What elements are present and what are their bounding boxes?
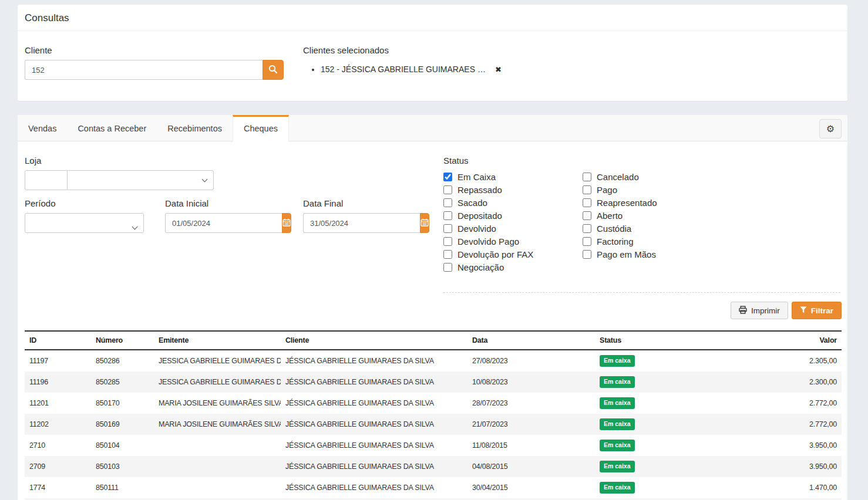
client-search-section: Cliente Clientes selecionados [18,31,847,101]
status-badge: Em caixa [600,482,635,494]
tab[interactable]: Cheques [233,115,289,141]
cell-emitente: MARIA JOSILENE GUIMARÃES SILVA [154,393,281,414]
cell-cliente: JÉSSICA GABRIELLE GUIMARAES DA SILVA [281,435,467,456]
status-option[interactable]: Custódia [583,222,657,235]
cell-id: 1774 [25,477,91,498]
status-checkbox[interactable] [583,237,591,246]
filtrar-button[interactable]: Filtrar [792,302,842,319]
status-checkbox[interactable] [443,224,452,233]
imprimir-button[interactable]: Imprimir [731,302,788,319]
table-row: 11196 850285 JESSICA GABRIELLE GUIMARAES… [25,371,842,393]
cell-data: 04/08/2015 [467,456,595,477]
status-checkbox[interactable] [443,198,452,207]
gear-icon: ⚙ [826,124,835,134]
status-option-label: Factoring [597,237,634,246]
data-final-calendar-button[interactable] [420,213,429,233]
results-table: ID Número Emitente Cliente Data Status V… [25,330,840,500]
filter-icon [800,306,807,315]
cell-id: 2709 [25,456,91,477]
status-option[interactable]: Factoring [583,235,657,248]
loja-select[interactable] [67,170,214,190]
cell-id: 11196 [25,371,91,393]
data-final-input[interactable] [303,213,420,233]
status-checkbox[interactable] [583,224,591,233]
status-option[interactable]: Pago em Mãos [583,248,657,261]
data-inicial-calendar-button[interactable] [282,213,291,233]
actions-row: Imprimir Filtrar [18,293,847,327]
cell-id: 2710 [25,435,91,456]
cell-data: 10/08/2023 [467,371,595,393]
status-checkbox[interactable] [583,198,591,207]
status-column-left: Em Caixa Repassado Sacado [443,170,583,273]
status-option[interactable]: Cancelado [583,170,657,183]
settings-button[interactable]: ⚙ [819,119,842,138]
status-option[interactable]: Em Caixa [443,170,583,183]
cell-numero: 850286 [91,350,154,371]
cell-numero: 850104 [91,435,154,456]
search-button[interactable] [263,60,284,80]
cliente-search-input[interactable] [25,60,263,80]
status-option[interactable]: Repassado [443,183,583,196]
status-badge: Em caixa [600,461,635,472]
cell-valor: 2.305,00 [722,350,842,371]
filters-section: Loja Período [18,141,847,293]
status-option[interactable]: Pago [583,183,657,196]
tab[interactable]: Recebimentos [157,115,233,141]
cell-id: 11197 [25,350,91,371]
cell-data: 28/07/2023 [467,393,595,414]
tab[interactable]: Contas a Receber [67,115,157,141]
cell-cliente: JÉSSICA GABRIELLE GUIMARAES DA SILVA [281,414,467,435]
consultas-card: Consultas Cliente Clientes selecio [18,5,847,101]
cell-cliente: JÉSSICA GABRIELLE GUIMARAES DA SILVA [281,477,467,498]
table-row: 11201 850170 MARIA JOSILENE GUIMARÃES SI… [25,393,842,414]
loja-code-input[interactable] [25,170,68,190]
status-option[interactable]: Depositado [443,209,583,222]
status-option-label: Aberto [597,211,623,221]
selected-client-text: 152 - JÉSSICA GABRIELLE GUIMARAES … [321,65,486,74]
status-checkbox[interactable] [583,250,591,259]
status-option-label: Devolvido [457,224,496,234]
status-option[interactable]: Devolução por FAX [443,248,583,261]
cell-data: 27/08/2023 [467,350,595,371]
periodo-select[interactable] [25,213,144,233]
status-checkbox[interactable] [583,185,591,194]
cell-numero: 850169 [91,414,154,435]
cell-numero: 850103 [91,456,154,477]
cell-data: 30/04/2015 [467,477,595,498]
cell-data: 11/08/2015 [467,435,595,456]
data-inicial-input[interactable] [165,213,282,233]
status-option[interactable]: Negociação [443,261,583,273]
cell-valor: 2.300,00 [722,371,842,393]
search-icon [268,65,278,76]
status-option[interactable]: Devolvido Pago [443,235,583,248]
cell-data: 21/07/2023 [467,414,595,435]
cell-emitente: MARIA JOSILENE GUIMARÃES SILVA [154,414,281,435]
printer-icon [739,306,747,316]
status-option-label: Negociação [457,262,504,272]
status-option[interactable]: Sacado [443,196,583,209]
status-option[interactable]: Devolvido [443,222,583,235]
status-checkbox[interactable] [443,211,452,220]
status-checkbox[interactable] [443,250,452,259]
table-row: 2710 850104 JÉSSICA GABRIELLE GUIMARAES … [25,435,842,456]
status-checkbox[interactable] [443,263,452,272]
status-option[interactable]: Aberto [583,209,657,222]
col-header-emitente: Emitente [154,331,281,350]
status-checkbox[interactable] [583,211,591,220]
status-checkbox[interactable] [443,173,452,181]
selected-clients-list: 152 - JÉSSICA GABRIELLE GUIMARAES … ✖ [321,65,502,74]
calendar-icon [282,218,291,228]
remove-client-icon[interactable]: ✖ [495,65,502,74]
status-option-label: Devolvido Pago [457,237,519,246]
tab-bar: Vendas Contas a Receber Recebimentos Che… [18,115,847,141]
status-option[interactable]: Reapresentado [583,196,657,209]
status-checkbox[interactable] [443,185,452,194]
status-checkbox[interactable] [583,173,591,181]
tab[interactable]: Vendas [18,115,67,141]
status-checkbox[interactable] [443,237,452,246]
cell-valor: 2.772,00 [722,393,842,414]
status-badge: Em caixa [600,397,635,409]
col-header-valor: Valor [722,331,842,350]
cell-status: Em caixa [595,393,722,414]
status-option-label: Em Caixa [457,172,496,182]
